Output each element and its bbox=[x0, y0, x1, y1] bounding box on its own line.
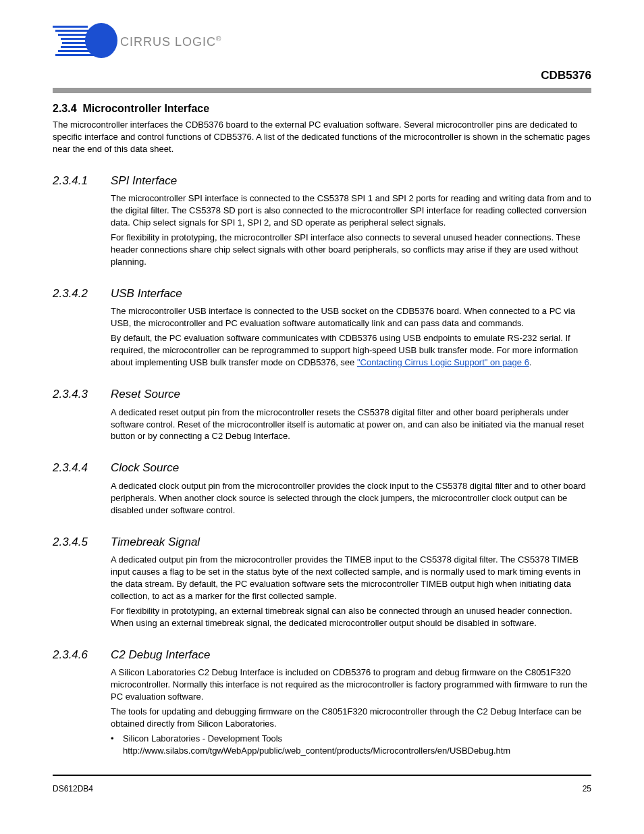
paragraph: The microcontroller USB interface is con… bbox=[111, 305, 591, 330]
subsection-number: 2.3.4.1 bbox=[53, 173, 99, 188]
subsection-2-3-4-1-heading: 2.3.4.1 SPI Interface bbox=[53, 173, 591, 188]
section-intro: The microcontroller interfaces the CDB53… bbox=[53, 119, 591, 155]
page-content: 2.3.4 Microcontroller Interface The micr… bbox=[53, 101, 591, 757]
paragraph: A Silicon Laboratories C2 Debug Interfac… bbox=[111, 667, 591, 703]
logo-text: CIRRUS LOGIC® bbox=[120, 35, 221, 49]
subsection-number: 2.3.4.4 bbox=[53, 460, 99, 475]
section-2-3-4-heading: 2.3.4 Microcontroller Interface bbox=[53, 101, 591, 116]
subsection-2-3-4-4-heading: 2.3.4.4 Clock Source bbox=[53, 460, 591, 475]
header-rule bbox=[53, 88, 591, 93]
footer-rule bbox=[53, 775, 591, 776]
svg-point-8 bbox=[85, 23, 117, 58]
bullet-icon: • bbox=[111, 733, 123, 745]
logo: CIRRUS LOGIC® bbox=[53, 20, 228, 61]
subsection-title: C2 Debug Interface bbox=[111, 647, 210, 662]
subsection-2-3-4-2-heading: 2.3.4.2 USB Interface bbox=[53, 286, 591, 301]
subsection-2-3-4-3-heading: 2.3.4.3 Reset Source bbox=[53, 386, 591, 402]
paragraph: The tools for updating and debugging fir… bbox=[111, 706, 591, 730]
svg-rect-0 bbox=[53, 26, 88, 28]
paragraph: For flexibility in prototyping, the micr… bbox=[111, 232, 591, 268]
svg-rect-7 bbox=[55, 54, 95, 56]
cirrus-logo-icon bbox=[53, 22, 119, 61]
doc-id: CDB5376 bbox=[541, 69, 591, 82]
svg-rect-1 bbox=[55, 30, 92, 32]
paragraph: The microcontroller SPI interface is con… bbox=[111, 192, 591, 229]
xref-link[interactable]: "Contacting Cirrus Logic Support" on pag… bbox=[357, 357, 529, 367]
subsection-2-3-4-5-heading: 2.3.4.5 Timebreak Signal bbox=[53, 534, 591, 550]
subsection-title: Timebreak Signal bbox=[111, 534, 200, 550]
paragraph: A dedicated clock output pin from the mi… bbox=[111, 480, 591, 517]
section-number: 2.3.4 bbox=[53, 103, 77, 114]
footer-ds: DS612DB4 bbox=[53, 784, 93, 793]
paragraph: A dedicated reset output pin from the mi… bbox=[111, 407, 591, 443]
paragraph: By default, the PC evaluation software c… bbox=[111, 332, 591, 369]
paragraph: A dedicated output pin from the microcon… bbox=[111, 554, 591, 602]
bullet-url-row: http://www.silabs.com/tgwWebApp/public/w… bbox=[111, 745, 591, 757]
bullet-label: Silicon Laboratories - Development Tools bbox=[123, 733, 282, 745]
paragraph: For flexibility in prototyping, an exter… bbox=[111, 605, 591, 629]
footer: DS612DB4 25 bbox=[53, 784, 591, 793]
subsection-number: 2.3.4.2 bbox=[53, 286, 99, 301]
subsection-title: SPI Interface bbox=[111, 173, 177, 188]
subsection-2-3-4-6-heading: 2.3.4.6 C2 Debug Interface bbox=[53, 647, 591, 662]
bullet-item: • Silicon Laboratories - Development Too… bbox=[111, 733, 591, 745]
footer-page: 25 bbox=[583, 784, 591, 793]
section-title: Microcontroller Interface bbox=[82, 103, 209, 114]
subsection-number: 2.3.4.5 bbox=[53, 534, 99, 550]
subsection-number: 2.3.4.6 bbox=[53, 647, 99, 662]
subsection-number: 2.3.4.3 bbox=[53, 386, 99, 402]
paragraph-text: . bbox=[529, 357, 532, 367]
spacer bbox=[111, 745, 123, 757]
subsection-title: Clock Source bbox=[111, 460, 179, 475]
subsection-title: Reset Source bbox=[111, 386, 180, 402]
bullet-url: http://www.silabs.com/tgwWebApp/public/w… bbox=[123, 745, 510, 757]
subsection-title: USB Interface bbox=[111, 286, 182, 301]
